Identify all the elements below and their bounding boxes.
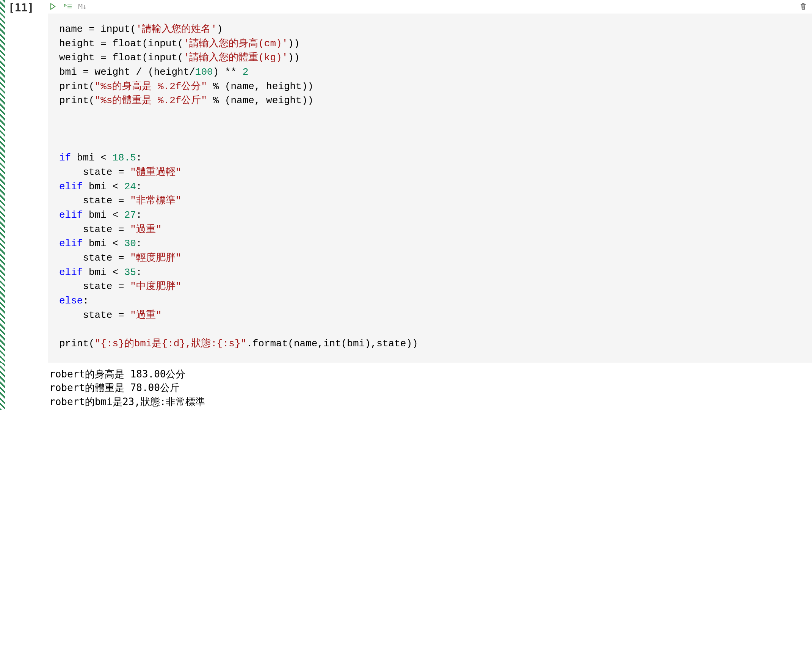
code-token: 的	[124, 338, 134, 349]
code-token: 35	[124, 267, 136, 278]
code-cell: [11] M↓	[0, 0, 812, 363]
cell-main: M↓ name = input('請輸入您的姓名') height = floa…	[48, 0, 812, 363]
code-token: '請輸入您的身高(cm)'	[183, 38, 288, 49]
output-prompt-col	[5, 363, 48, 410]
code-token: print(	[59, 338, 95, 349]
code-token: {:d}	[161, 338, 185, 349]
code-token: 公分"	[181, 81, 207, 92]
code-token: "中度肥胖"	[130, 281, 181, 292]
code-token: else	[59, 295, 83, 306]
code-token: .format(name,int(bmi),state))	[246, 338, 418, 349]
code-token: "%s	[95, 81, 113, 92]
code-token: elif	[59, 267, 83, 278]
code-token: %.2f	[158, 95, 181, 106]
code-token: "體重過輕"	[130, 167, 181, 178]
code-token: ))	[288, 52, 299, 63]
code-token: bmi <	[83, 181, 124, 192]
code-token: print(	[59, 81, 95, 92]
code-token: {:s}"	[217, 338, 246, 349]
code-token: bmi <	[71, 152, 112, 163]
code-token: ))	[288, 38, 299, 49]
code-token: 18.5	[112, 152, 136, 163]
code-token: "非常標準"	[130, 195, 181, 206]
markdown-toggle[interactable]: M↓	[78, 2, 86, 11]
run-by-line-icon[interactable]	[63, 2, 73, 11]
code-token: ,	[185, 338, 191, 349]
code-token: bmi <	[83, 238, 124, 249]
code-token: name = input(	[59, 24, 136, 35]
cell-toolbar: M↓	[48, 0, 812, 14]
code-token: "%s	[95, 95, 113, 106]
toolbar-left: M↓	[48, 2, 86, 11]
code-token: elif	[59, 181, 83, 192]
code-token: bmi = weight / (height/	[59, 66, 195, 78]
run-cell-icon[interactable]	[48, 2, 58, 11]
code-token: 2	[243, 66, 249, 78]
code-token: "輕度肥胖"	[130, 252, 181, 264]
code-token: :	[136, 267, 142, 278]
code-token: state =	[59, 224, 130, 235]
code-token: "過重"	[130, 310, 161, 321]
code-token: "{:s}	[95, 338, 124, 349]
code-token: % (name, height))	[207, 81, 314, 92]
code-token: %.2f	[158, 81, 181, 92]
code-token: % (name, weight))	[207, 95, 314, 106]
code-token: "過重"	[130, 224, 161, 235]
code-token: 狀態:	[191, 338, 217, 349]
output-gutter	[0, 363, 5, 410]
code-editor[interactable]: name = input('請輸入您的姓名') height = float(i…	[48, 14, 812, 363]
code-token: :	[136, 181, 142, 192]
code-token: 的體重是	[112, 95, 158, 106]
cell-output: robert的身高是 183.00公分 robert的體重是 78.00公斤 r…	[48, 363, 207, 410]
code-token: height = float(input(	[59, 38, 183, 49]
delete-cell-icon[interactable]	[798, 2, 808, 11]
code-token: )	[217, 24, 223, 35]
code-token: 是	[152, 338, 161, 349]
code-token: elif	[59, 238, 83, 249]
code-token: state =	[59, 310, 130, 321]
code-token: ) **	[213, 66, 243, 78]
code-token: bmi	[134, 338, 152, 349]
code-token: state =	[59, 167, 130, 178]
code-token: 24	[124, 181, 136, 192]
code-token: 100	[195, 66, 213, 78]
code-token: 公斤"	[181, 95, 207, 106]
code-token: if	[59, 152, 71, 163]
code-token: state =	[59, 195, 130, 206]
code-token: print(	[59, 95, 95, 106]
code-token: :	[136, 238, 142, 249]
code-token: :	[83, 295, 89, 306]
code-token: elif	[59, 209, 83, 221]
code-token: '請輸入您的體重(kg)'	[183, 52, 288, 63]
code-token: 30	[124, 238, 136, 249]
prompt-column: [11]	[5, 0, 48, 363]
code-token: 的身高是	[112, 81, 158, 92]
code-token: weight = float(input(	[59, 52, 183, 63]
output-row: robert的身高是 183.00公分 robert的體重是 78.00公斤 r…	[0, 363, 812, 410]
execution-count: [11]	[5, 2, 34, 14]
code-token: state =	[59, 252, 130, 264]
code-token: 27	[124, 209, 136, 221]
code-token: bmi <	[83, 209, 124, 221]
code-token: state =	[59, 281, 130, 292]
code-token: '請輸入您的姓名'	[136, 24, 217, 35]
code-token: bmi <	[83, 267, 124, 278]
execution-gutter	[0, 0, 5, 363]
code-token: :	[136, 152, 142, 163]
code-token: :	[136, 209, 142, 221]
